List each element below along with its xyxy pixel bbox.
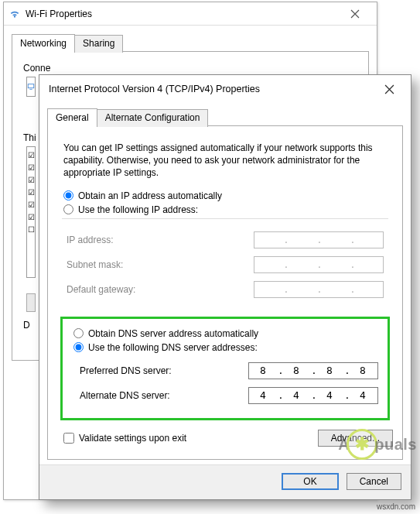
ip-address-input: ... — [254, 231, 384, 248]
row-subnet-mask: Subnet mask: ... — [67, 256, 384, 273]
radio-dns-auto-label: Obtain DNS server address automatically — [88, 328, 258, 339]
radio-ip-auto[interactable]: Obtain an IP address automatically — [62, 190, 388, 201]
install-button-partial — [26, 293, 36, 312]
radio-dns-manual[interactable]: Use the following DNS server addresses: — [72, 342, 378, 353]
tab-general[interactable]: General — [47, 108, 97, 126]
svg-rect-0 — [28, 84, 34, 88]
radio-ip-auto-input[interactable] — [63, 190, 73, 200]
close-icon — [350, 9, 360, 19]
row-ip-address: IP address: ... — [67, 231, 384, 248]
ipv4-description: You can get IP settings assigned automat… — [63, 142, 387, 180]
ip-address-label: IP address: — [67, 235, 113, 245]
wifi-titlebar: Wi-Fi Properties — [4, 2, 377, 26]
wifi-tabstrip: Networking Sharing — [12, 33, 369, 51]
radio-ip-manual-input[interactable] — [63, 204, 73, 214]
tab-sharing[interactable]: Sharing — [74, 35, 123, 53]
preferred-dns-label: Preferred DNS server: — [80, 365, 172, 376]
ipv4-footer: OK Cancel — [39, 464, 411, 499]
subnet-mask-input: ... — [254, 256, 384, 273]
radio-ip-auto-label: Obtain an IP address automatically — [78, 190, 222, 201]
ipv4-tabstrip: General Alternate Configuration — [47, 108, 403, 125]
wifi-close-button[interactable] — [338, 3, 372, 25]
row-default-gateway: Default gateway: ... — [67, 281, 384, 298]
alternate-dns-input[interactable]: 4. 4. 4. 4 — [248, 387, 378, 404]
radio-ip-manual-label: Use the following IP address: — [78, 204, 198, 215]
ipv4-body: General Alternate Configuration You can … — [39, 108, 411, 468]
default-gateway-label: Default gateway: — [67, 284, 135, 295]
connect-using-label-partial: Conne — [23, 63, 357, 74]
tab-networking[interactable]: Networking — [12, 34, 75, 52]
watermark-right: puals — [374, 436, 417, 454]
preferred-dns-input[interactable]: 8. 8. 8. 8 — [248, 362, 378, 379]
monitor-icon — [27, 82, 35, 91]
radio-dns-manual-input[interactable] — [73, 342, 84, 352]
alternate-dns-label: Alternate DNS server: — [80, 390, 170, 401]
radio-dns-auto[interactable]: Obtain DNS server address automatically — [72, 328, 378, 339]
validate-checkbox[interactable]: Validate settings upon exit — [62, 433, 186, 444]
ipv4-titlebar: Internet Protocol Version 4 (TCP/IPv4) P… — [39, 75, 411, 103]
wifi-icon — [9, 8, 21, 20]
subnet-mask-label: Subnet mask: — [67, 259, 123, 270]
validate-checkbox-input[interactable] — [63, 433, 74, 444]
row-alternate-dns: Alternate DNS server: 4. 4. 4. 4 — [80, 387, 378, 404]
radio-dns-manual-label: Use the following DNS server addresses: — [88, 342, 258, 353]
radio-ip-manual[interactable]: Use the following IP address: — [62, 204, 388, 215]
watermark-url: wsxdn.com — [377, 502, 415, 511]
items-list-partial: ☑ ☑ ☑ ☑ ☑ ☑ ☐ — [26, 146, 36, 278]
wifi-title: Wi-Fi Properties — [26, 9, 338, 19]
watermark-logo-icon: ✱ — [347, 429, 377, 460]
validate-checkbox-label: Validate settings upon exit — [79, 433, 186, 444]
adapter-dropdown-partial — [26, 77, 36, 97]
watermark: A ✱ puals — [338, 429, 417, 460]
ipv4-tabpanel: You can get IP settings assigned automat… — [47, 125, 403, 460]
ipv4-close-button[interactable] — [372, 78, 406, 100]
tab-alternate-configuration[interactable]: Alternate Configuration — [97, 109, 209, 127]
dns-highlight-box: Obtain DNS server address automatically … — [60, 317, 390, 420]
ok-button[interactable]: OK — [282, 473, 338, 490]
radio-dns-auto-input[interactable] — [73, 328, 84, 338]
cancel-button[interactable]: Cancel — [347, 473, 401, 490]
default-gateway-input: ... — [254, 281, 384, 298]
ipv4-title: Internet Protocol Version 4 (TCP/IPv4) P… — [49, 84, 372, 94]
row-preferred-dns: Preferred DNS server: 8. 8. 8. 8 — [80, 362, 378, 379]
ip-fields-group: IP address: ... Subnet mask: ... Default… — [62, 218, 388, 310]
close-icon — [384, 84, 394, 94]
